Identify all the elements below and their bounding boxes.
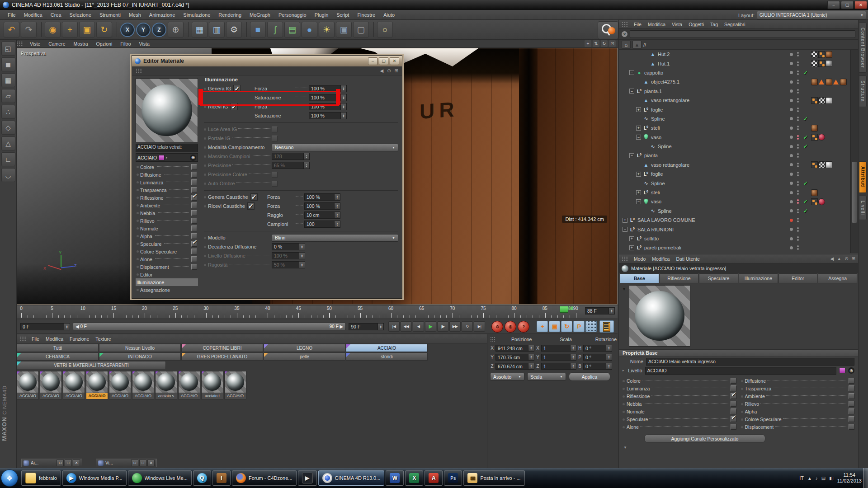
channel-colore-speculare-checkbox[interactable]	[191, 249, 197, 254]
precisione-spinner[interactable]: 65 %▲▼	[272, 162, 310, 169]
texture-tag-checker[interactable]	[811, 51, 818, 58]
material-swatch-acciaio-t[interactable]: acciaio t	[201, 371, 223, 399]
layer-dot[interactable]	[790, 209, 793, 212]
texture-tag-white[interactable]	[826, 161, 832, 168]
expand-icon[interactable]: +	[636, 190, 641, 195]
tree-item-object4275-1[interactable]: ▲object4275.1	[619, 77, 858, 86]
scrollbar-thumb[interactable]	[852, 162, 857, 223]
path-up-icon[interactable]: ▲	[632, 41, 642, 49]
tree-item-spline[interactable]: ∿Spline✓	[619, 142, 858, 151]
object-search-input[interactable]	[630, 30, 855, 38]
add-custom-channel-button[interactable]: Aggiungi Canale Personalizzato	[644, 434, 765, 443]
timeline-playhead[interactable]	[560, 306, 568, 313]
tree-item-foglie[interactable]: +L0foglie	[619, 105, 858, 114]
texture-tag-brown[interactable]	[840, 79, 847, 85]
axis-mode-icon[interactable]: ∟	[1, 152, 15, 166]
tree-item-vaso[interactable]: −vaso✓	[619, 133, 858, 142]
channel-diffusione-checkbox[interactable]	[849, 378, 854, 384]
channel-diffusione[interactable]: Diffusione	[136, 171, 198, 178]
channel-colore-speculare[interactable]: Colore Speculare	[136, 248, 198, 255]
visibility-dots[interactable]	[797, 227, 799, 232]
portale-ig-checkbox[interactable]	[272, 136, 278, 141]
scroll-up-icon[interactable]: ▲	[837, 256, 841, 261]
collapse-icon[interactable]: −	[636, 199, 641, 204]
tree-item-hut-1[interactable]: ▲Hut.1	[619, 59, 858, 68]
collapse-icon[interactable]: −	[629, 153, 634, 158]
channel-nebbia[interactable]: Nebbia	[623, 400, 736, 408]
main-menu-finestre[interactable]: Finestre	[353, 12, 379, 18]
history-back-icon[interactable]: ◀	[830, 256, 834, 261]
layer-dot[interactable]	[790, 62, 793, 65]
channel-alone[interactable]: Alone	[623, 423, 736, 431]
texture-tag-white[interactable]	[826, 97, 832, 104]
viewport-zoom-icon[interactable]: ⇅	[593, 40, 599, 47]
scale-mode-dropdown[interactable]: Scala▼	[527, 373, 566, 380]
material-name-row[interactable]: ACCIAIO ▸ ⊕	[136, 153, 198, 162]
texture-tag-odots[interactable]	[811, 97, 818, 104]
close-icon[interactable]: ✕	[147, 460, 155, 466]
key-pla-toggle[interactable]	[585, 321, 597, 332]
channel-displacement[interactable]: Displacement	[741, 423, 855, 431]
layer-dot[interactable]	[790, 80, 793, 84]
snap-tool-icon[interactable]: ◡	[1, 168, 15, 182]
attribute-manager-menu-dati-utente[interactable]: Dati Utente	[673, 256, 703, 262]
language-indicator[interactable]: IT	[799, 475, 804, 481]
expand-icon[interactable]: +	[636, 107, 641, 112]
layer-dot[interactable]	[790, 200, 793, 203]
material-manager-menu-file[interactable]: File	[28, 336, 42, 342]
channel-alpha-checkbox[interactable]	[849, 408, 854, 414]
layer-dot[interactable]	[790, 136, 793, 139]
channel-ambiente-checkbox[interactable]	[849, 393, 854, 399]
taskbar-posta-in-arrivo-button[interactable]: ✉Posta in arrivo - ...	[463, 470, 524, 486]
channel-luminanza[interactable]: Luminanza	[136, 178, 198, 186]
maximize-icon[interactable]: □	[139, 460, 146, 466]
collapse-icon[interactable]: −	[623, 227, 627, 232]
layer-dot[interactable]	[790, 53, 793, 56]
main-menu-strumenti[interactable]: Strumenti	[95, 12, 125, 18]
panel-menu-icon[interactable]: ⊞	[852, 256, 855, 261]
auto-ombre-checkbox[interactable]	[272, 181, 278, 187]
show-desktop-button[interactable]	[863, 468, 868, 488]
channel-trasparenza-checkbox[interactable]	[849, 385, 854, 391]
tab-illuminazione[interactable]: Illuminazione	[739, 273, 778, 283]
minimized-window-vi[interactable]: Vi...⊡□✕	[96, 459, 157, 467]
tree-item-spline[interactable]: ∿Spline✓	[619, 114, 858, 123]
tab-assegna[interactable]: Assegna	[818, 273, 857, 283]
layer-dot[interactable]	[790, 173, 793, 176]
viewport-menu-mostra[interactable]: Mostra	[70, 41, 92, 47]
channel-alone-checkbox[interactable]	[191, 256, 197, 262]
dialog-maximize-button[interactable]: ▢	[379, 57, 388, 65]
channel-riflessione-checkbox[interactable]: ✓	[731, 393, 736, 399]
layer-dot[interactable]	[790, 237, 793, 240]
apply-button[interactable]: Applica	[569, 372, 610, 381]
goto-end-button[interactable]: ▶|	[474, 321, 485, 332]
layer-tab-sfondi[interactable]: sfondi	[346, 352, 428, 361]
material-swatch-acciaio[interactable]: ACCIAIO	[178, 371, 200, 399]
main-menu-rendering[interactable]: Rendering	[214, 12, 245, 18]
channel-colore[interactable]: Colore	[136, 163, 198, 171]
power-icon[interactable]: ◧	[829, 476, 833, 481]
undo-icon[interactable]: ↶	[4, 22, 19, 38]
minimized-window-ai[interactable]: Ai...⊡□✕	[21, 459, 82, 467]
viewport-menu-filtro[interactable]: Filtro	[116, 41, 135, 47]
layer-dot[interactable]	[790, 191, 793, 194]
object-manager-menu-oggetti[interactable]: Oggetti	[685, 22, 707, 27]
visibility-dots[interactable]	[797, 52, 799, 56]
layout-dropdown[interactable]: GIULIO INTERFACCIA 1 (Utente) ▼	[757, 11, 866, 19]
channel-ambiente[interactable]: Ambiente	[741, 392, 855, 400]
layer-tab-intonaco[interactable]: INTONACO	[99, 352, 181, 361]
tree-item-sala-lavoro-comune[interactable]: +L0SALA LAVORO COMUNE	[619, 216, 858, 225]
layer-dot[interactable]	[790, 71, 793, 74]
visibility-dots[interactable]	[797, 61, 799, 66]
channel-nebbia-checkbox[interactable]	[731, 401, 736, 407]
expand-icon[interactable]: +	[636, 126, 641, 131]
lock-icon[interactable]: ⊙	[387, 68, 391, 73]
layer-color-swatch[interactable]	[839, 368, 845, 373]
taskbar-feather-button[interactable]: f	[212, 470, 231, 486]
channel-colore-checkbox[interactable]	[191, 164, 197, 170]
taskbar-photoshop-button[interactable]: Ps	[444, 470, 462, 486]
scale-tool-icon[interactable]: ▣	[79, 22, 95, 38]
taskbar-acrobat-button[interactable]: A	[425, 470, 443, 486]
layer-dot[interactable]	[790, 127, 793, 130]
visibility-dots[interactable]	[797, 89, 799, 94]
